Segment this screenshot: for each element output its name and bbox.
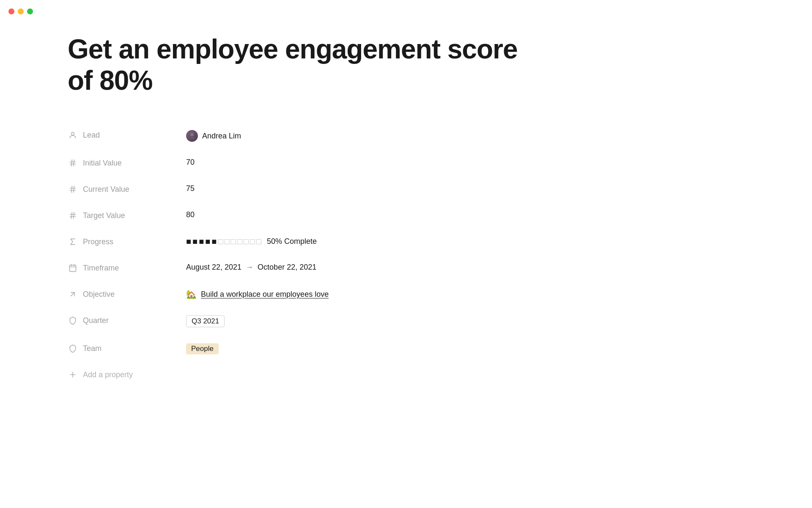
timeframe-label: Timeframe	[68, 262, 186, 273]
initial-value-value[interactable]: 70	[186, 157, 524, 167]
target-value-row: Target Value 80	[68, 202, 524, 228]
properties-table: Lead Andrea Lim	[68, 121, 524, 387]
hash-icon-current	[68, 184, 78, 194]
add-property-row[interactable]: Add a property	[68, 362, 524, 387]
svg-line-13	[74, 213, 74, 219]
objective-value[interactable]: 🏡 Build a workplace our employees love	[186, 288, 524, 299]
page-title[interactable]: Get an employee engagement score of 80%	[68, 34, 524, 96]
avatar	[186, 130, 198, 142]
lead-value[interactable]: Andrea Lim	[186, 129, 524, 142]
arrow-up-right-icon	[68, 289, 78, 299]
progress-label: Progress	[68, 236, 186, 247]
page-content: Get an employee engagement score of 80% …	[0, 0, 592, 421]
target-value-value[interactable]: 80	[186, 210, 524, 219]
svg-rect-14	[70, 265, 76, 272]
current-value-value[interactable]: 75	[186, 183, 524, 193]
quarter-label: Quarter	[68, 315, 186, 326]
svg-point-0	[71, 133, 74, 135]
maximize-button[interactable]	[27, 8, 33, 14]
calendar-icon	[68, 263, 78, 273]
current-value-label: Current Value	[68, 183, 186, 194]
svg-line-9	[74, 186, 74, 193]
svg-line-5	[74, 160, 74, 166]
svg-line-18	[71, 293, 74, 296]
hash-icon-target	[68, 210, 78, 221]
person-icon	[68, 130, 78, 140]
progress-bar: ■■■■■□□□□□□□	[186, 237, 263, 246]
current-value-row: Current Value 75	[68, 176, 524, 202]
progress-row: Progress ■■■■■□□□□□□□ 50% Complete	[68, 228, 524, 254]
initial-value-row: Initial Value 70	[68, 149, 524, 176]
svg-line-4	[71, 160, 72, 166]
lead-row: Lead Andrea Lim	[68, 121, 524, 149]
minimize-button[interactable]	[18, 8, 24, 14]
timeframe-row: Timeframe August 22, 2021 → October 22, …	[68, 254, 524, 281]
traffic-lights	[8, 8, 33, 14]
sigma-icon	[68, 237, 78, 247]
shield-icon-team	[68, 343, 78, 353]
quarter-row: Quarter Q3 2021	[68, 307, 524, 335]
shield-icon-quarter	[68, 315, 78, 326]
team-value[interactable]: People	[186, 342, 524, 354]
objective-row: Objective 🏡 Build a workplace our employ…	[68, 281, 524, 307]
add-property-label[interactable]: Add a property	[83, 370, 133, 379]
svg-line-8	[71, 186, 72, 193]
team-label: Team	[68, 342, 186, 353]
timeframe-value[interactable]: August 22, 2021 → October 22, 2021	[186, 262, 524, 272]
progress-text: 50% Complete	[267, 237, 317, 246]
progress-value[interactable]: ■■■■■□□□□□□□ 50% Complete	[186, 236, 524, 246]
quarter-value[interactable]: Q3 2021	[186, 315, 524, 327]
objective-link[interactable]: Build a workplace our employees love	[201, 290, 329, 299]
objective-label: Objective	[68, 288, 186, 299]
team-row: Team People	[68, 335, 524, 362]
close-button[interactable]	[8, 8, 14, 14]
svg-line-12	[71, 213, 72, 219]
svg-point-1	[190, 133, 194, 136]
target-value-label: Target Value	[68, 210, 186, 221]
lead-label: Lead	[68, 129, 186, 140]
quarter-tag[interactable]: Q3 2021	[186, 315, 225, 327]
hash-icon-initial	[68, 158, 78, 168]
initial-value-label: Initial Value	[68, 157, 186, 168]
team-tag[interactable]: People	[186, 343, 219, 354]
plus-icon	[68, 370, 78, 380]
